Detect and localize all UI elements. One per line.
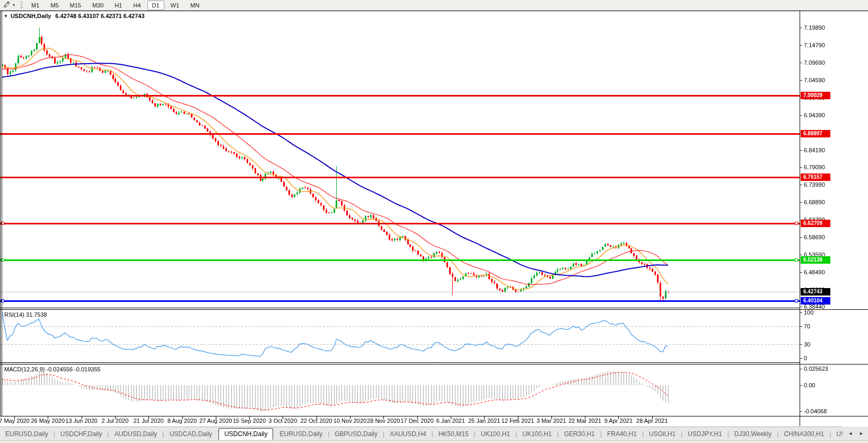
price-axis-tick: 6.58690 [804, 234, 825, 240]
time-axis-label: 15 Sep 2020 [233, 418, 266, 424]
price-axis-tick: 6.94390 [804, 112, 825, 118]
price-axis-tick: 6.68890 [804, 199, 825, 205]
chart-tab-usoil-h1[interactable]: USOil,H1 [644, 429, 681, 439]
tab-scroll-right-icon[interactable]: ► [859, 431, 864, 436]
time-axis-label: 27 Aug 2020 [199, 418, 232, 424]
status-bar [0, 440, 868, 443]
chart-tab-usdcnh-daily[interactable]: USDCNH,Daily [218, 428, 273, 440]
price-tag-6.62709: 6.62709 [801, 220, 830, 227]
chart-tab-uk100-h1[interactable]: UK100,H1 [517, 429, 557, 439]
price-axis-tick: 6.48490 [804, 269, 825, 275]
toolbar: ▾ M1M5M15M30H1H4D1W1MN [0, 0, 868, 11]
time-axis-label: 22 Oct 2020 [301, 418, 332, 424]
chart-tab-hk50-m15[interactable]: HK50,M15 [433, 429, 474, 439]
toolbar-grip[interactable] [21, 2, 22, 8]
time-axis-label: 9 Apr 2021 [604, 418, 633, 424]
chart-ohlc-values: 6.42748 6.43107 6.42371 6.42743 [55, 13, 144, 19]
time-axis-label: 8 Aug 2020 [168, 418, 197, 424]
price-tag-7.00029: 7.00029 [801, 92, 830, 99]
tab-scroll-left-icon[interactable]: ◄ [848, 431, 853, 436]
time-axis-label: 28 Nov 2020 [367, 418, 400, 424]
timeframe-button-mn[interactable]: MN [186, 1, 204, 10]
time-axis-label: 12 Feb 2021 [502, 418, 534, 424]
time-axis-label: 3 Mar 2021 [537, 418, 566, 424]
line-studies-icon [3, 1, 11, 10]
price-tag-6.52138: 6.52138 [801, 256, 830, 264]
rsi-indicator-label: RSI(14) 31.7538 [4, 311, 47, 318]
price-axis-tick: 6.84190 [804, 147, 825, 153]
time-axis-label: 7 May 2020 [0, 418, 30, 424]
timeframe-button-w1[interactable]: W1 [166, 1, 185, 10]
macd-axis-tick: 0.00 [804, 382, 815, 388]
time-axis-label: 13 Jun 2020 [65, 418, 98, 424]
chart-tab-ger30-h1[interactable]: GER30,H1 [559, 429, 600, 439]
time-axis-label: 10 Nov 2020 [334, 418, 366, 424]
price-axis-tick: 7.04590 [804, 77, 825, 83]
rsi-axis-tick: 0 [804, 355, 807, 361]
chart-tab-gbpusd-daily[interactable]: GBPUSD,Daily [329, 429, 383, 439]
time-axis-label: 22 Mar 2021 [568, 418, 601, 424]
time-axis-label: 6 Jan 2021 [436, 418, 465, 424]
time-axis-label: 17 Dec 2020 [400, 418, 433, 424]
rsi-axis-tick: 100 [804, 309, 813, 316]
chart-dropdown-icon[interactable]: ▼ [4, 14, 8, 19]
timeframe-button-m1[interactable]: M1 [27, 1, 44, 10]
chart-tab-usdchf-daily[interactable]: USDCHF,Daily [55, 429, 108, 439]
timeframe-button-m30[interactable]: M30 [87, 1, 108, 10]
chart-tab-usdcad-daily[interactable]: USDCAD,Daily [164, 429, 217, 439]
chart-tab-xauusd-h4[interactable]: XAUUSD,H4 [384, 429, 432, 439]
chart-tab-dj30-weekly[interactable]: DJ30,Weekly [729, 429, 777, 439]
rsi-axis-tick: 30 [804, 341, 810, 348]
timeframe-button-m5[interactable]: M5 [46, 1, 63, 10]
time-axis-label: 28 Apr 2021 [636, 418, 668, 424]
price-tag-6.88897: 6.88897 [801, 130, 830, 137]
time-axis-label: 21 Jul 2020 [134, 418, 164, 424]
chevron-down-icon: ▾ [13, 3, 15, 7]
price-axis-tick: 7.14790 [804, 42, 825, 48]
tab-scroll-controls: ◄ ► [843, 427, 868, 440]
timeframe-button-h1[interactable]: H1 [110, 1, 127, 10]
price-tag-6.40104: 6.40104 [801, 297, 830, 305]
price-axis-tick: 6.79090 [804, 164, 825, 170]
price-tag-6.76157: 6.76157 [801, 173, 830, 181]
price-tag-6.42743: 6.42743 [801, 288, 830, 296]
time-axis-label: 25 Jan 2021 [468, 418, 501, 424]
macd-axis-tick: 0.025623 [804, 366, 828, 372]
macd-indicator-label: MACD(12,26,9) -0.024556 -0.019355 [4, 366, 101, 372]
chart-tab-audusd-daily[interactable]: AUDUSD,Daily [109, 429, 163, 439]
time-axis-label: 2 Jul 2020 [102, 418, 129, 424]
timeframe-button-group: M1M5M15M30H1H4D1W1MN [27, 1, 204, 10]
chart-title: ▼USDCNH,Daily6.42748 6.43107 6.42371 6.4… [4, 13, 145, 19]
price-axis-tick: 7.19890 [804, 24, 825, 31]
chart-tab-bar: EURUSD,Daily|USDCHF,Daily|AUDUSD,Daily|U… [0, 427, 868, 441]
timeframe-button-h4[interactable]: H4 [128, 1, 145, 10]
chart-symbol-label: USDCNH,Daily [11, 13, 51, 19]
timeframe-button-m15[interactable]: M15 [65, 1, 86, 10]
price-axis-tick: 7.09690 [804, 59, 825, 66]
macd-axis-tick: -0.04068 [804, 408, 827, 414]
chart-tab-uk100-h1[interactable]: UK100,H1 [476, 429, 515, 439]
line-studies-button[interactable]: ▾ [2, 0, 16, 11]
timeframe-button-d1[interactable]: D1 [147, 1, 164, 10]
chart-tab-fra40-h1[interactable]: FRA40,H1 [602, 429, 642, 439]
chart-tab-china300-h1[interactable]: CHINA300,H1 [778, 429, 829, 439]
chart-tab-usdjpy-h1[interactable]: USDJPY,H1 [682, 429, 727, 439]
chart-tab-eurusd-daily[interactable]: EURUSD,Daily [0, 429, 54, 439]
axis-overlay: 7.198907.147907.096907.045906.994906.943… [0, 0, 868, 443]
price-axis-tick: 6.73990 [804, 181, 825, 188]
rsi-axis-tick: 70 [804, 323, 810, 329]
time-axis-label: 3 Oct 2020 [268, 418, 297, 424]
time-axis-label: 26 May 2020 [31, 418, 65, 424]
chart-tab-eurusd-daily[interactable]: EURUSD,Daily [274, 429, 328, 439]
